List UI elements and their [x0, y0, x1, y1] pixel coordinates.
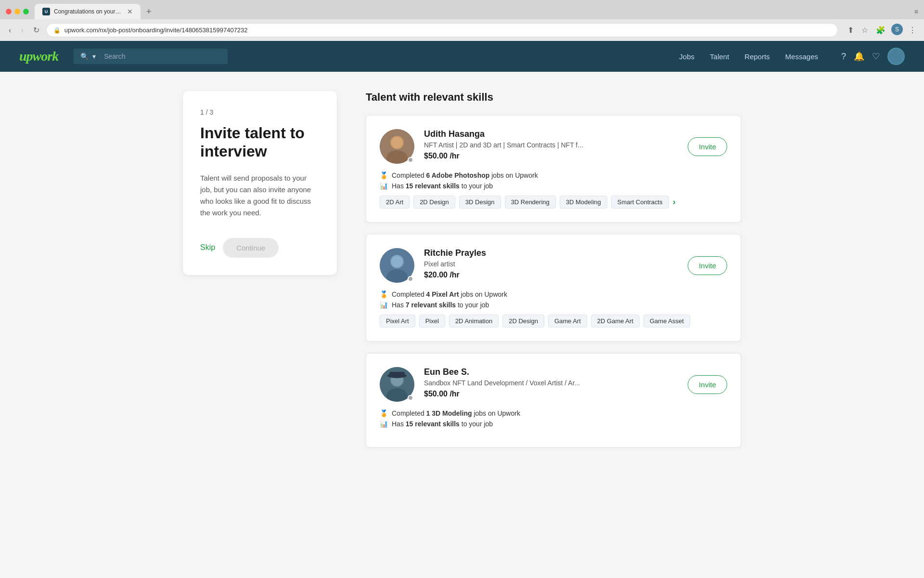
nav-talent[interactable]: Talent: [710, 53, 729, 61]
talent-rate-2: $20.00 /hr: [424, 271, 678, 279]
back-button[interactable]: ‹: [6, 24, 14, 37]
skills-stat-3: 📊 Has 15 relevant skills to your job: [380, 420, 727, 428]
search-filter[interactable]: ▾: [92, 53, 100, 60]
new-tab-button[interactable]: +: [142, 5, 155, 19]
right-panel: Talent with relevant skills: [366, 91, 741, 459]
panel-title: Invite talent to interview: [200, 124, 320, 161]
help-button[interactable]: ?: [841, 52, 846, 62]
skill-tag[interactable]: 2D Design: [413, 196, 455, 209]
logo-text: upwork: [19, 49, 58, 64]
talent-name-3: Eun Bee S.: [424, 367, 678, 377]
talent-name-2: Ritchie Prayles: [424, 248, 678, 258]
left-panel: 1 / 3 Invite talent to interview Talent …: [183, 91, 337, 275]
completed-text-1: Completed 6 Adobe Photoshop jobs on Upwo…: [392, 171, 538, 179]
nav-messages[interactable]: Messages: [785, 53, 818, 61]
menu-button[interactable]: ⋮: [907, 24, 918, 37]
talent-stats-1: 🏅 Completed 6 Adobe Photoshop jobs on Up…: [380, 171, 727, 190]
traffic-light-red[interactable]: [6, 9, 12, 14]
bookmark-button[interactable]: ☆: [860, 24, 870, 37]
avatar-online-2: [408, 276, 413, 282]
completed-stat-3: 🏅 Completed 1 3D Modeling jobs on Upwork: [380, 409, 727, 417]
invite-button-3[interactable]: Invite: [688, 375, 727, 394]
avatar-container-1: [380, 129, 414, 164]
talent-rate-3: $50.00 /hr: [424, 390, 678, 398]
skills-icon-2: 📊: [380, 301, 388, 309]
skill-tag[interactable]: 3D Modeling: [560, 196, 607, 209]
invite-button-2[interactable]: Invite: [688, 256, 727, 275]
talent-card-3: Eun Bee S. Sandbox NFT Land Development …: [366, 353, 741, 447]
more-skills-button-1[interactable]: ›: [673, 197, 676, 207]
traffic-light-yellow[interactable]: [14, 9, 20, 14]
completed-stat-1: 🏅 Completed 6 Adobe Photoshop jobs on Up…: [380, 171, 727, 179]
skill-tag[interactable]: 2D Game Art: [591, 315, 640, 328]
skills-row-2: Pixel Art Pixel 2D Animation 2D Design G…: [380, 315, 727, 328]
talent-card-1: Udith Hasanga NFT Artist | 2D and 3D art…: [366, 115, 741, 223]
browser-tabs: U Congratulations on your first jo... ✕ …: [0, 0, 924, 19]
skill-tag[interactable]: Smart Contracts: [611, 196, 669, 209]
nav-jobs[interactable]: Jobs: [679, 53, 694, 61]
completed-stat-2: 🏅 Completed 4 Pixel Art jobs on Upwork: [380, 290, 727, 298]
tab-close-button[interactable]: ✕: [127, 8, 133, 15]
talent-rate-1: $50.00 /hr: [424, 152, 678, 160]
traffic-lights: [6, 9, 29, 14]
nav-reports[interactable]: Reports: [744, 53, 770, 61]
forward-button[interactable]: ›: [18, 24, 26, 37]
talent-specialty-3: Sandbox NFT Land Development / Voxel Art…: [424, 379, 616, 387]
skill-tag[interactable]: Game Asset: [643, 315, 690, 328]
skills-row-1: 2D Art 2D Design 3D Design 3D Rendering …: [380, 196, 727, 209]
search-bar[interactable]: 🔍 ▾ Search: [74, 49, 228, 64]
skill-tag[interactable]: Game Art: [548, 315, 587, 328]
user-avatar[interactable]: [887, 48, 905, 65]
refresh-button[interactable]: ↻: [30, 24, 42, 37]
talent-info-1: Udith Hasanga NFT Artist | 2D and 3D art…: [424, 129, 678, 160]
skills-text-2: Has 7 relevant skills to your job: [392, 301, 489, 309]
notifications-button[interactable]: 🔔: [854, 51, 864, 62]
nav-icons: ? 🔔 ♡: [841, 48, 905, 65]
tab-title: Congratulations on your first jo...: [54, 8, 121, 15]
wishlist-button[interactable]: ♡: [872, 51, 880, 62]
tab-list-button[interactable]: ≡: [914, 8, 918, 15]
skill-tag[interactable]: 2D Animation: [449, 315, 499, 328]
browser-actions: ⬆ ☆ 🧩 S ⋮: [846, 24, 918, 37]
talent-header-2: Ritchie Prayles Pixel artist $20.00 /hr …: [380, 248, 727, 283]
talent-name-1: Udith Hasanga: [424, 129, 678, 139]
svg-point-7: [391, 256, 403, 267]
profile-button[interactable]: S: [891, 24, 903, 35]
address-bar[interactable]: 🔒 upwork.com/nx/job-post/onboarding/invi…: [46, 23, 838, 37]
tab-favicon: U: [42, 8, 50, 15]
skills-text-1: Has 15 relevant skills to your job: [392, 182, 493, 190]
share-button[interactable]: ⬆: [846, 24, 856, 37]
section-title: Talent with relevant skills: [366, 91, 741, 104]
skill-tag[interactable]: 2D Art: [380, 196, 410, 209]
skill-tag[interactable]: 3D Rendering: [505, 196, 556, 209]
avatar-online-1: [408, 157, 413, 163]
completed-icon-3: 🏅: [380, 409, 388, 417]
talent-header-1: Udith Hasanga NFT Artist | 2D and 3D art…: [380, 129, 727, 164]
talent-info-3: Eun Bee S. Sandbox NFT Land Development …: [424, 367, 678, 398]
skill-tag[interactable]: Pixel: [419, 315, 445, 328]
upwork-logo[interactable]: upwork: [19, 49, 58, 64]
app-header: upwork 🔍 ▾ Search Jobs Talent Reports Me…: [0, 41, 924, 72]
skill-tag[interactable]: Pixel Art: [380, 315, 415, 328]
search-input[interactable]: Search: [104, 53, 125, 60]
browser-chrome: U Congratulations on your first jo... ✕ …: [0, 0, 924, 41]
panel-actions: Skip Continue: [200, 238, 320, 258]
continue-button[interactable]: Continue: [223, 238, 279, 258]
completed-text-3: Completed 1 3D Modeling jobs on Upwork: [392, 409, 520, 417]
main-nav: Jobs Talent Reports Messages: [679, 53, 818, 61]
skip-button[interactable]: Skip: [200, 243, 215, 252]
avatar-container-3: [380, 367, 414, 402]
main-content: 1 / 3 Invite talent to interview Talent …: [173, 91, 751, 459]
skill-tag[interactable]: 3D Design: [459, 196, 501, 209]
skill-tag[interactable]: 2D Design: [502, 315, 544, 328]
traffic-light-green[interactable]: [23, 9, 29, 14]
browser-controls: ‹ › ↻ 🔒 upwork.com/nx/job-post/onboardin…: [0, 19, 924, 41]
avatar-container-2: [380, 248, 414, 283]
talent-header-3: Eun Bee S. Sandbox NFT Land Development …: [380, 367, 727, 402]
skills-stat-2: 📊 Has 7 relevant skills to your job: [380, 301, 727, 309]
extensions-button[interactable]: 🧩: [874, 24, 887, 37]
active-tab[interactable]: U Congratulations on your first jo... ✕: [35, 4, 141, 19]
talent-stats-2: 🏅 Completed 4 Pixel Art jobs on Upwork 📊…: [380, 290, 727, 309]
svg-rect-13: [389, 372, 405, 377]
invite-button-1[interactable]: Invite: [688, 137, 727, 156]
